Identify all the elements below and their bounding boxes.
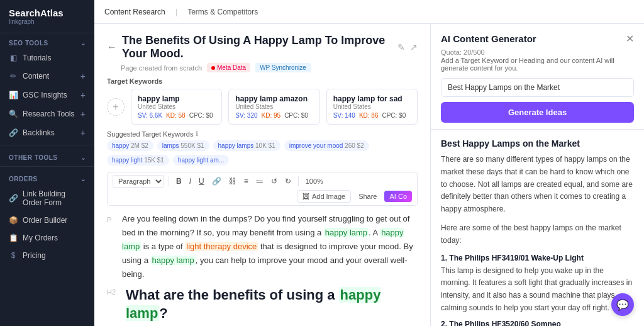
ai-panel-title: AI Content Generator [441,33,536,44]
suggested-kw-0[interactable]: happy 2M $2 [107,140,153,151]
keywords-row: + happy lamp United States SV: 6.6K KD: … [107,89,418,125]
editor-sub: Page created from scratch Meta Data WP S… [121,63,418,72]
paragraph-select[interactable]: Paragraph Heading 1 Heading 2 [113,175,164,188]
back-button[interactable]: ← [107,42,117,53]
suggested-kw-3[interactable]: improve your mood 260 $2 [284,140,369,151]
wp-badge[interactable]: WP Synchronize [255,63,311,72]
italic-button[interactable]: I [187,176,194,187]
order-builder-icon: 📦 [9,216,18,225]
chat-bubble-button[interactable]: 💬 [611,293,634,316]
add-image-button[interactable]: 🖼 Add Image [297,190,351,203]
keyword-card-2: happy lamp for sad United States SV: 140… [326,89,418,125]
ai-description: Add a Target Keyword or Heading and our … [441,57,634,72]
sidebar-item-pricing[interactable]: $ Pricing [0,247,94,264]
editor-content: P Are you feeling down in the dumps? Do … [107,212,418,326]
suggested-label: Suggested Target Keywords ℹ [107,130,418,138]
editor-header: ← The Benefits Of Using A Happy Lamp To … [107,34,418,60]
sidebar-item-my-orders[interactable]: 📋 My Orders [0,229,94,247]
suggested-kw-5[interactable]: happy light am... [173,155,229,166]
backlinks-icon: 🔗 [9,128,18,137]
topnav-content-research[interactable]: Content Research [104,5,165,19]
sidebar-item-tutorials[interactable]: ◧ Tutorials [0,49,94,67]
image-icon: 🖼 [303,193,309,200]
sidebar-item-research[interactable]: 🔍 Research Tools + [0,104,94,123]
undo-button[interactable]: ↺ [269,176,280,187]
red-dot-icon [211,66,215,70]
seo-tools-header: SEO TOOLS ⌄ [0,33,94,49]
ai-result-title: Best Happy Lamps on the Market [441,138,634,149]
ai-result-intro2: Here are some of the best happy lamps on… [441,222,634,247]
ai-item-0-title: 1. The Philips HF3419/01 Wake-Up Light [441,254,634,262]
para-0: P Are you feeling down in the dumps? Do … [107,212,418,281]
main-area: Content Research | Terms & Competitors ←… [94,0,644,326]
orders-header: ORDERS ⌄ [0,169,94,185]
ol-button[interactable]: ≔ [253,176,266,187]
logo-title: SearchAtlas [9,8,86,18]
sidebar-item-gsc[interactable]: 📊 GSC Insights + [0,86,94,104]
suggested-kw-4[interactable]: happy light 15K $1 [107,155,169,166]
logo-subtitle: linkgraph [9,18,86,25]
ai-co-button[interactable]: AI Co [384,191,412,202]
target-keywords-label: Target Keywords [107,77,418,85]
pricing-icon: $ [9,251,18,260]
ai-panel-header: AI Content Generator ✕ Quota: 20/500 Add… [431,24,644,130]
edit-icon[interactable]: ✎ [397,42,405,52]
sidebar: SearchAtlas linkgraph SEO TOOLS ⌄ ◧ Tuto… [0,0,94,326]
editor-area: ← The Benefits Of Using A Happy Lamp To … [94,24,644,326]
keyword-card-1: happy lamp amazon United States SV: 320 … [228,89,319,125]
ai-panel: AI Content Generator ✕ Quota: 20/500 Add… [430,24,644,326]
add-keyword-button[interactable]: + [107,98,125,116]
ai-quota: Quota: 20/500 [441,48,485,56]
ai-item-0-desc: This lamp is designed to help you wake u… [441,265,634,315]
other-tools-header: OthER Tools ⌄ [0,148,94,164]
logo: SearchAtlas linkgraph [0,0,94,33]
sidebar-item-content[interactable]: ✏ Content + [0,67,94,86]
research-icon: 🔍 [9,110,18,118]
share-title-icon[interactable]: ↗ [410,42,418,52]
content-plus[interactable]: + [80,71,86,81]
unlink-button[interactable]: ⛓ [226,176,239,187]
content-icon: ✏ [9,72,18,81]
editor-toolbar: Paragraph Heading 1 Heading 2 B I U 🔗 ⛓ … [107,172,418,206]
zoom-level: 100% [303,177,326,185]
link-building-icon: 🔗 [9,194,18,203]
backlinks-plus[interactable]: + [80,128,86,138]
sidebar-item-backlinks[interactable]: 🔗 Backlinks + [0,123,94,142]
editor-title: The Benefits Of Using A Happy Lamp To Im… [122,34,392,60]
ai-result: Best Happy Lamps on the Market There are… [431,130,644,326]
redo-button[interactable]: ↻ [282,176,294,187]
share-button[interactable]: Share [355,191,380,202]
underline-button[interactable]: U [196,176,207,187]
tutorials-icon: ◧ [9,53,18,62]
ai-result-intro: There are so many different types of hap… [441,154,634,216]
top-nav: Content Research | Terms & Competitors [94,0,644,24]
meta-badge[interactable]: Meta Data [207,63,250,72]
gsc-icon: 📊 [9,91,18,99]
bold-button[interactable]: B [174,176,184,187]
topnav-terms-competitors[interactable]: Terms & Competitors [187,5,258,19]
gsc-plus[interactable]: + [80,90,86,100]
chat-icon: 💬 [616,299,629,311]
sidebar-item-order-builder[interactable]: 📦 Order Builder [0,211,94,229]
my-orders-icon: 📋 [9,233,18,242]
research-plus[interactable]: + [80,109,86,119]
toolbar-right: 🖼 Add Image Share AI Co [297,190,412,203]
suggested-kw-2[interactable]: happy lamps 10K $1 [213,140,280,151]
ai-title-row: AI Content Generator ✕ [441,33,634,45]
sidebar-item-link-building[interactable]: 🔗 Link Building Order Form [0,185,94,211]
editor-panel: ← The Benefits Of Using A Happy Lamp To … [94,24,430,326]
link-button[interactable]: 🔗 [209,176,224,187]
ai-close-button[interactable]: ✕ [626,33,634,45]
h2-row: H2 What are the benefits of using a happ… [107,286,418,322]
ul-button[interactable]: ≡ [242,176,251,187]
suggested-keywords: happy 2M $2 lamps 550K $1 happy lamps 10… [107,140,418,166]
suggested-kw-1[interactable]: lamps 550K $1 [157,140,209,151]
keyword-card-0: happy lamp United States SV: 6.6K KD: 58… [131,89,222,125]
generate-ideas-button[interactable]: Generate Ideas [441,102,634,123]
ai-item-1-title: 2. The Philips HF3520/60 Somneo [441,320,634,326]
ai-keyword-input[interactable] [441,78,634,97]
